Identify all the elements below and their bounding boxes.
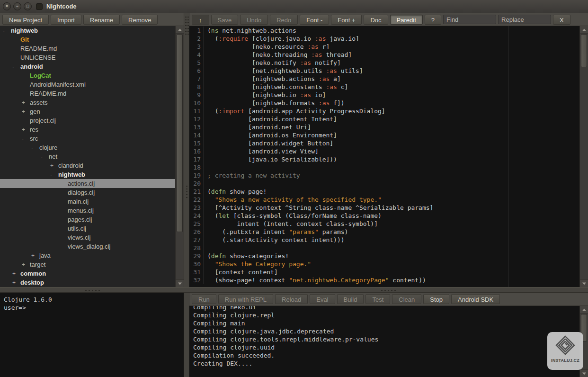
run-with-repl-button[interactable]: Run with REPL [218, 294, 273, 304]
scroll-down-button[interactable] [580, 279, 588, 287]
find-input[interactable] [443, 15, 496, 24]
code-area[interactable]: 1(ns net.nightweb.actions2 (:require [cl… [189, 26, 579, 287]
clean-button[interactable]: Clean [392, 294, 421, 304]
tree-item-src[interactable]: -src [0, 134, 175, 143]
scrollbar-thumb[interactable] [581, 34, 587, 67]
tree-item-common[interactable]: +common [0, 269, 175, 278]
collapse-icon[interactable]: - [31, 144, 39, 153]
android-sdk-button[interactable]: Android SDK [451, 294, 500, 304]
expand-icon[interactable]: + [22, 108, 30, 117]
tree-item-target[interactable]: +target [0, 260, 175, 269]
tree-item-gen[interactable]: +gen [0, 107, 175, 116]
new-project-button[interactable]: New Project [2, 15, 49, 25]
build-console[interactable]: Compiling neko.uiCompiling clojure.replC… [189, 306, 579, 377]
tree-item-nightweb[interactable]: -nightweb [0, 26, 175, 35]
paredit-toggle[interactable]: Paredit [390, 15, 423, 25]
collapse-icon[interactable]: - [12, 63, 20, 72]
tree-item-logcat[interactable]: LogCat [0, 71, 175, 80]
scroll-up-button[interactable] [580, 26, 588, 34]
tree-item-net[interactable]: -net [0, 152, 175, 161]
editor-scrollbar[interactable] [579, 26, 588, 287]
tree-item-pages-clj[interactable]: pages.clj [0, 215, 175, 224]
collapse-icon[interactable]: - [41, 153, 49, 162]
vertical-splitter[interactable] [184, 13, 189, 377]
collapse-icon[interactable]: - [22, 135, 30, 144]
expand-icon[interactable]: + [12, 278, 20, 287]
code-line[interactable]: 4 [neko.threading :as thread] [189, 51, 579, 59]
tree-item-assets[interactable]: +assets [0, 98, 175, 107]
code-line[interactable]: 2 (:require [clojure.java.io :as java.io… [189, 35, 579, 43]
tree-item-project-clj[interactable]: project.clj [0, 116, 175, 125]
eval-button[interactable]: Eval [310, 294, 335, 304]
scrollbar-thumb[interactable] [177, 34, 183, 232]
project-tree-scrollbar[interactable] [175, 26, 184, 287]
splitter-handle[interactable] [185, 16, 189, 36]
code-line[interactable]: 32 (show-page! context "net.nightweb.Cat… [189, 276, 579, 284]
tree-item-actions-clj[interactable]: actions.clj [0, 179, 175, 188]
code-line[interactable]: 13 [android.net Uri] [189, 123, 579, 131]
code-line[interactable]: 26 (.putExtra intent "params" params) [189, 228, 579, 236]
code-line[interactable]: 1(ns net.nightweb.actions [189, 27, 579, 35]
up-directory-button[interactable]: ↑ [192, 15, 209, 25]
import-button[interactable]: Import [51, 15, 81, 25]
code-line[interactable]: 20 [189, 180, 579, 188]
code-line[interactable]: 12 [android.content Intent] [189, 115, 579, 123]
code-line[interactable]: 23 [^Activity context ^String class-name… [189, 204, 579, 212]
window-close-button[interactable]: ✕ [3, 2, 11, 10]
code-line[interactable]: 30 "Shows the Category page." [189, 260, 579, 268]
remove-button[interactable]: Remove [122, 15, 158, 25]
collapse-icon[interactable]: - [3, 27, 11, 36]
tree-item-clandroid[interactable]: +clandroid [0, 161, 175, 170]
tree-item-utils-clj[interactable]: utils.clj [0, 224, 175, 233]
stop-button[interactable]: Stop [423, 294, 449, 304]
window-minimize-button[interactable]: − [13, 2, 21, 10]
tree-item-clojure[interactable]: -clojure [0, 143, 175, 152]
scroll-down-button[interactable] [580, 369, 588, 377]
tree-item-views-dialog-clj[interactable]: views_dialog.clj [0, 242, 175, 251]
tree-item-readme-md[interactable]: README.md [0, 44, 175, 53]
tree-item-nightweb[interactable]: -nightweb [0, 170, 175, 179]
code-line[interactable]: 21(defn show-page! [189, 188, 579, 196]
horizontal-splitter[interactable] [0, 287, 588, 293]
run-button[interactable]: Run [192, 294, 216, 304]
code-line[interactable]: 14 [android.os Environment] [189, 131, 579, 139]
tree-item-git[interactable]: Git [0, 35, 175, 44]
splitter-handle[interactable] [84, 289, 101, 292]
code-line[interactable]: 24 (let [class-symbol (Class/forName cla… [189, 212, 579, 220]
splitter-handle[interactable] [186, 185, 188, 200]
tree-item-android[interactable]: -android [0, 62, 175, 71]
expand-icon[interactable]: + [22, 99, 30, 108]
code-line[interactable]: 8 [nightweb.constants :as c] [189, 83, 579, 91]
save-button[interactable]: Save [211, 15, 239, 25]
build-button[interactable]: Build [337, 294, 364, 304]
code-line[interactable]: 3 [neko.resource :as r] [189, 43, 579, 51]
code-line[interactable]: 25 intent (Intent. context class-symbol)… [189, 220, 579, 228]
repl-pane[interactable]: Clojure 1.6.0 user=> [0, 293, 184, 377]
collapse-icon[interactable]: - [50, 171, 58, 180]
code-line[interactable]: 11 (:import [android.app Activity Progre… [189, 107, 579, 115]
doc-button[interactable]: Doc [364, 15, 388, 25]
expand-icon[interactable]: + [31, 251, 39, 260]
code-line[interactable]: 27 (.startActivity context intent))) [189, 236, 579, 244]
expand-icon[interactable]: + [22, 260, 30, 269]
code-line[interactable]: 15 [android.widget Button] [189, 139, 579, 147]
tree-item-androidmanifest-xml[interactable]: AndroidManifest.xml [0, 80, 175, 89]
code-line[interactable]: 29(defn show-categories! [189, 252, 579, 260]
tree-item-java[interactable]: +java [0, 251, 175, 260]
code-line[interactable]: 6 [net.nightweb.utils :as utils] [189, 67, 579, 75]
code-line[interactable]: 19; creating a new activity [189, 171, 579, 180]
tree-item-views-clj[interactable]: views.clj [0, 233, 175, 242]
reload-button[interactable]: Reload [275, 294, 308, 304]
code-line[interactable]: 16 [android.view View] [189, 147, 579, 155]
code-line[interactable]: 31 [context content] [189, 268, 579, 276]
code-line[interactable]: 5 [neko.notify :as notify] [189, 59, 579, 67]
code-line[interactable]: 9 [nightweb.io :as io] [189, 91, 579, 99]
close-editor-button[interactable]: X [553, 15, 570, 25]
project-tree[interactable]: -nightwebGitREADME.mdUNLICENSE-androidLo… [0, 26, 175, 287]
scroll-up-button[interactable] [580, 306, 588, 314]
tree-item-dialogs-clj[interactable]: dialogs.clj [0, 188, 175, 197]
scroll-up-button[interactable] [176, 26, 184, 34]
font-increase-button[interactable]: Font + [331, 15, 362, 25]
replace-input[interactable] [498, 15, 551, 24]
tree-item-unlicense[interactable]: UNLICENSE [0, 53, 175, 62]
